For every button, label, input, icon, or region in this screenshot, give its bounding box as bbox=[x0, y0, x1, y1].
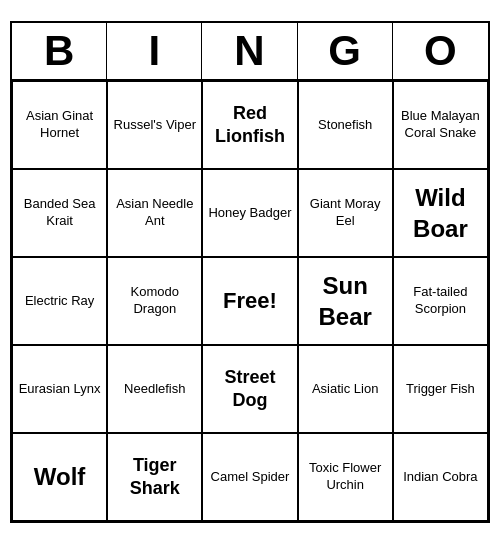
bingo-card: BINGO Asian Ginat HornetRussel's ViperRe… bbox=[10, 21, 490, 523]
header-letter: N bbox=[202, 23, 297, 79]
bingo-cell: Wild Boar bbox=[393, 169, 488, 257]
bingo-grid: Asian Ginat HornetRussel's ViperRed Lion… bbox=[12, 81, 488, 521]
bingo-cell: Asiatic Lion bbox=[298, 345, 393, 433]
bingo-cell: Tiger Shark bbox=[107, 433, 202, 521]
bingo-cell: Asian Ginat Hornet bbox=[12, 81, 107, 169]
bingo-cell: Indian Cobra bbox=[393, 433, 488, 521]
bingo-cell: Camel Spider bbox=[202, 433, 297, 521]
bingo-cell: Banded Sea Krait bbox=[12, 169, 107, 257]
bingo-cell: Honey Badger bbox=[202, 169, 297, 257]
bingo-cell: Wolf bbox=[12, 433, 107, 521]
bingo-cell: Blue Malayan Coral Snake bbox=[393, 81, 488, 169]
bingo-cell: Russel's Viper bbox=[107, 81, 202, 169]
bingo-cell: Street Dog bbox=[202, 345, 297, 433]
bingo-cell: Electric Ray bbox=[12, 257, 107, 345]
bingo-cell: Giant Moray Eel bbox=[298, 169, 393, 257]
bingo-cell: Stonefish bbox=[298, 81, 393, 169]
bingo-header: BINGO bbox=[12, 23, 488, 81]
bingo-cell: Fat-tailed Scorpion bbox=[393, 257, 488, 345]
bingo-cell: Free! bbox=[202, 257, 297, 345]
bingo-cell: Asian Needle Ant bbox=[107, 169, 202, 257]
bingo-cell: Toxic Flower Urchin bbox=[298, 433, 393, 521]
bingo-cell: Sun Bear bbox=[298, 257, 393, 345]
bingo-cell: Red Lionfish bbox=[202, 81, 297, 169]
header-letter: I bbox=[107, 23, 202, 79]
header-letter: O bbox=[393, 23, 488, 79]
bingo-cell: Needlefish bbox=[107, 345, 202, 433]
bingo-cell: Komodo Dragon bbox=[107, 257, 202, 345]
bingo-cell: Eurasian Lynx bbox=[12, 345, 107, 433]
header-letter: G bbox=[298, 23, 393, 79]
header-letter: B bbox=[12, 23, 107, 79]
bingo-cell: Trigger Fish bbox=[393, 345, 488, 433]
